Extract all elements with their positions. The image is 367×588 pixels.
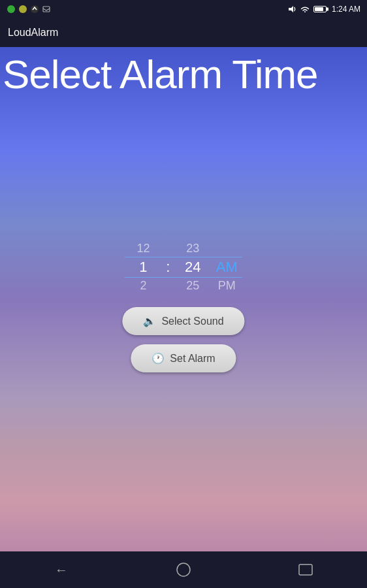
time-row-above: 12 23 xyxy=(125,242,242,255)
svg-rect-6 xyxy=(299,564,312,575)
period-selected[interactable]: AM xyxy=(212,259,242,276)
set-alarm-label: Set Alarm xyxy=(170,353,215,365)
app-bar: LoudAlarm xyxy=(0,18,367,47)
time-picker[interactable]: 12 23 1 : 24 AM 2 25 PM xyxy=(125,242,242,293)
period-below: PM xyxy=(212,279,242,293)
hour-selected[interactable]: 1 xyxy=(125,259,162,276)
minute-below: 25 xyxy=(174,279,212,293)
home-icon xyxy=(176,562,191,578)
time-row-selected[interactable]: 1 : 24 AM xyxy=(125,259,242,276)
svg-point-5 xyxy=(177,563,190,576)
svg-point-1 xyxy=(19,5,27,13)
sound-icon: 🔈 xyxy=(143,315,156,327)
status-icons-right: 1:24 AM xyxy=(287,5,360,14)
buttons-area: 🔈 Select Sound 🕐 Set Alarm xyxy=(122,307,244,372)
svg-point-0 xyxy=(7,5,15,13)
heading-text: Select Alarm Time xyxy=(3,52,318,97)
hour-below: 2 xyxy=(125,279,162,293)
notification-icon-2 xyxy=(18,5,27,14)
status-time: 1:24 AM xyxy=(332,5,360,14)
divider-bottom xyxy=(125,277,242,278)
recents-button[interactable] xyxy=(286,557,325,583)
select-sound-label: Select Sound xyxy=(161,316,223,327)
svg-marker-4 xyxy=(289,6,293,12)
page-heading: Select Alarm Time xyxy=(0,52,367,97)
notification-icon-4 xyxy=(42,5,51,14)
volume-icon xyxy=(287,5,296,14)
alarm-icon: 🕐 xyxy=(152,352,165,365)
home-button[interactable] xyxy=(164,557,203,583)
hour-above: 12 xyxy=(125,242,162,255)
notification-icon-1 xyxy=(7,5,16,14)
battery-icon xyxy=(313,6,327,12)
select-sound-button[interactable]: 🔈 Select Sound xyxy=(122,307,244,335)
status-icons-left xyxy=(7,5,51,14)
nav-bar: ← xyxy=(0,551,367,588)
minute-above: 23 xyxy=(174,242,212,255)
recents-icon xyxy=(298,564,313,576)
time-separator: : xyxy=(162,259,174,276)
app-title: LoudAlarm xyxy=(8,27,58,39)
back-icon: ← xyxy=(55,563,68,578)
set-alarm-button[interactable]: 🕐 Set Alarm xyxy=(131,344,236,372)
wifi-icon xyxy=(300,5,310,13)
main-background xyxy=(0,47,367,551)
notification-icon-3 xyxy=(30,5,39,14)
divider-top xyxy=(125,257,242,257)
time-row-below: 2 25 PM xyxy=(125,279,242,293)
back-button[interactable]: ← xyxy=(42,557,81,583)
status-bar: 1:24 AM xyxy=(0,0,367,18)
minute-selected[interactable]: 24 xyxy=(174,259,212,276)
